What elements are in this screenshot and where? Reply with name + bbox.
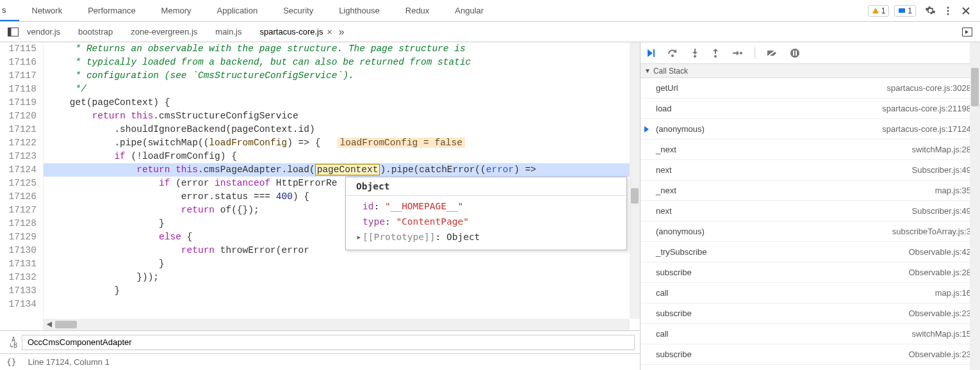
hover-prototype[interactable]: ▸[[Prototype]]: Object — [356, 229, 620, 245]
editor-pane: 1711517116171171711817119171201712117122… — [0, 42, 641, 370]
hover-property[interactable]: id: "__HOMEPAGE__" — [356, 198, 620, 214]
code-line[interactable]: .pipe(switchMap((loadFromConfig) => { lo… — [44, 136, 640, 150]
call-stack-frame[interactable]: _trySubscribeObservable.js:42 — [641, 242, 980, 262]
hover-title: Object — [346, 177, 626, 196]
devtools-tab[interactable]: Performance — [75, 0, 148, 21]
step-into-icon[interactable] — [690, 48, 699, 58]
search-bar: A↳B — [0, 330, 640, 353]
step-out-icon[interactable] — [711, 48, 720, 58]
call-stack-frame[interactable]: subscribeObservable.js:28 — [641, 262, 980, 283]
code-line[interactable]: */ — [44, 83, 640, 96]
editor-horizontal-scrollbar[interactable]: ◄ — [44, 319, 630, 330]
call-stack-frame[interactable]: callmap.js:16 — [641, 283, 980, 303]
code-line[interactable] — [44, 298, 640, 311]
pause-exceptions-icon[interactable] — [790, 48, 800, 58]
svg-point-1 — [947, 6, 949, 8]
kebab-icon[interactable] — [939, 2, 957, 20]
file-tab[interactable]: bootstrap — [78, 27, 113, 36]
editor-vertical-scrollbar[interactable] — [630, 42, 640, 319]
navigator-toggle-icon[interactable] — [5, 24, 20, 40]
code-line[interactable]: * Returns an observable with the page st… — [44, 42, 640, 56]
devtools-tab[interactable]: Security — [270, 0, 326, 21]
svg-point-8 — [671, 54, 674, 57]
debugger-pane: ▼Call Stack getUrlspartacus-core.js:3028… — [641, 42, 980, 370]
messages-badge[interactable]: 1 — [894, 5, 916, 17]
call-stack-frame[interactable]: loadspartacus-core.js:21198 — [641, 99, 980, 119]
call-stack-header[interactable]: ▼Call Stack — [641, 64, 980, 78]
devtools-tab[interactable]: Redux — [393, 0, 443, 21]
code-line[interactable]: } — [44, 257, 640, 271]
svg-point-12 — [790, 49, 799, 58]
devtools-tab[interactable]: s — [0, 0, 19, 21]
call-stack-list: getUrlspartacus-core.js:3028loadspartacu… — [641, 78, 980, 370]
devtools-tab[interactable]: Lighthouse — [326, 0, 393, 21]
svg-rect-7 — [653, 49, 655, 57]
call-stack-frame[interactable]: callswitchMap.js:15 — [641, 324, 980, 344]
overflow-tabs-icon[interactable]: » — [339, 26, 345, 38]
call-stack-frame[interactable]: getUrlspartacus-core.js:3028 — [641, 78, 980, 99]
resume-icon[interactable] — [646, 48, 656, 58]
code-line[interactable]: return this.cmsStructureConfigService — [44, 109, 640, 123]
devtools-tab[interactable]: Memory — [149, 0, 204, 21]
deactivate-breakpoints-icon[interactable] — [767, 49, 778, 58]
search-input[interactable] — [22, 335, 635, 350]
line-gutter: 1711517116171171711817119171201712117122… — [0, 42, 44, 330]
code-line[interactable]: * configuration (see `CmsStructureConfig… — [44, 69, 640, 83]
file-tab[interactable]: main.js — [215, 27, 241, 36]
search-mode-icon[interactable]: A↳B — [5, 337, 22, 348]
code-line[interactable]: })); — [44, 271, 640, 284]
svg-rect-0 — [899, 8, 905, 13]
braces-icon[interactable]: {} — [6, 357, 17, 367]
svg-rect-14 — [796, 51, 797, 56]
code-line[interactable]: if (!loadFromConfig) { — [44, 150, 640, 163]
step-over-icon[interactable] — [667, 49, 679, 58]
call-stack-frame[interactable]: (anonymous)spartacus-core.js:17124 — [641, 119, 980, 140]
svg-rect-5 — [8, 28, 11, 36]
svg-rect-13 — [793, 51, 794, 56]
debugger-scrollbar[interactable] — [970, 42, 980, 370]
call-stack-frame[interactable]: _nextmap.js:35 — [641, 181, 980, 201]
call-stack-frame[interactable]: nextSubscriber.js:49 — [641, 201, 980, 221]
cursor-position: Line 17124, Column 1 — [28, 357, 110, 367]
svg-point-2 — [947, 10, 949, 12]
call-stack-frame[interactable]: nextSubscriber.js:49 — [641, 160, 980, 181]
gear-icon[interactable] — [921, 2, 939, 20]
step-icon[interactable] — [731, 49, 743, 58]
code-line[interactable]: .shouldIgnoreBackend(pageContext.id) — [44, 123, 640, 136]
run-snippet-icon[interactable] — [960, 24, 975, 40]
svg-point-10 — [714, 55, 717, 58]
file-tab[interactable]: zone-evergreen.js — [131, 27, 197, 36]
call-stack-frame[interactable]: subscribeObservable.js:23 — [641, 303, 980, 324]
file-tab-bar: vendor.jsbootstrapzone-evergreen.jsmain.… — [0, 22, 980, 42]
file-tab[interactable]: spartacus-core.js× — [260, 27, 332, 37]
devtools-tab[interactable]: Angular — [442, 0, 496, 21]
code-line[interactable]: } — [44, 284, 640, 298]
warnings-badge[interactable]: 1 — [868, 5, 890, 17]
code-line[interactable]: * typically loaded from a backend, but c… — [44, 56, 640, 69]
code-line[interactable]: return this.cmsPageAdapter.load(pageCont… — [44, 163, 640, 177]
devtools-tabs: sNetworkPerformanceMemoryApplicationSecu… — [0, 0, 980, 22]
call-stack-frame[interactable]: callswitchMap.js:15 — [641, 365, 980, 370]
call-stack-frame[interactable]: _nextswitchMap.js:28 — [641, 140, 980, 160]
value-hover-popup[interactable]: Object id: "__HOMEPAGE__"type: "ContentP… — [345, 177, 627, 250]
svg-point-11 — [740, 52, 742, 54]
debug-toolbar — [641, 42, 980, 64]
file-tab[interactable]: vendor.js — [27, 27, 60, 36]
svg-point-3 — [947, 13, 949, 15]
status-bar: {} Line 17124, Column 1 — [0, 353, 640, 370]
devtools-tab[interactable]: Network — [19, 0, 76, 21]
call-stack-frame[interactable]: subscribeObservable.js:23 — [641, 344, 980, 365]
close-tab-icon[interactable]: × — [327, 27, 332, 37]
hover-property[interactable]: type: "ContentPage" — [356, 214, 620, 229]
close-icon[interactable] — [957, 2, 975, 20]
svg-point-9 — [694, 55, 696, 58]
call-stack-frame[interactable]: (anonymous)subscribeToArray.js:3 — [641, 221, 980, 242]
devtools-tab[interactable]: Application — [204, 0, 271, 21]
code-line[interactable]: get(pageContext) { — [44, 96, 640, 109]
